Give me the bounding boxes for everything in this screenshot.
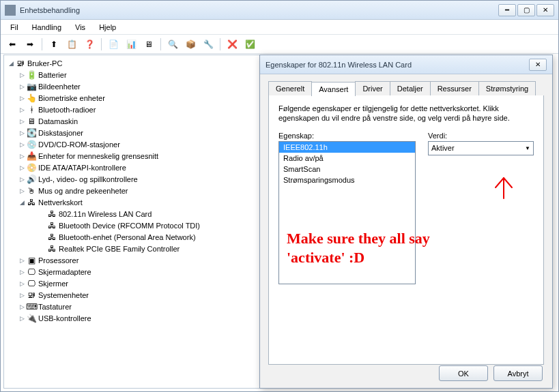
tree-node-label: Skjermer [38, 278, 68, 290]
ok-button[interactable]: OK [439, 365, 488, 381]
tree-node[interactable]: ▷🖳Systemenheter [5, 290, 274, 301]
property-item[interactable]: Radio av/på [279, 153, 415, 164]
expand-icon[interactable]: ▷ [18, 70, 26, 81]
expand-icon[interactable]: ▷ [18, 127, 26, 139]
expand-icon[interactable]: ▷ [18, 255, 26, 267]
tree-node-label: Skjermadaptere [38, 267, 91, 278]
minimize-button[interactable]: ━ [498, 4, 516, 16]
annotation-text: Make sure they all say'activate' :D [287, 229, 430, 267]
tree-node[interactable]: ▷📀IDE ATA/ATAPI-kontrollere [5, 162, 274, 174]
expand-icon[interactable]: ▷ [18, 301, 26, 313]
tree-node[interactable]: ▷📥Enheter for menneskelig grensesnitt [5, 151, 274, 162]
tree-node[interactable]: 🖧Bluetooth-enhet (Personal Area Network) [5, 232, 274, 243]
toolbar-button[interactable]: 🔧 [201, 37, 216, 52]
titlebar[interactable]: Enhetsbehandling ━ ▢ ✕ [1, 1, 558, 20]
tree-node[interactable]: 🖧Realtek PCIe GBE Family Controller [5, 243, 274, 255]
device-icon: ⌨ [26, 303, 37, 312]
device-icon: 💽 [26, 129, 37, 138]
tree-node-label: Diskstasjoner [38, 127, 83, 139]
menubar: Fil Handling Vis Hjelp [1, 20, 558, 35]
value-selected: Aktiver [431, 144, 455, 152]
tree-node[interactable]: ▷💽Diskstasjoner [5, 127, 274, 139]
toolbar-button[interactable]: ⬅ [5, 37, 20, 52]
menu-fil[interactable]: Fil [5, 22, 24, 33]
expand-icon[interactable]: ▷ [18, 290, 26, 301]
expand-icon[interactable]: ◢ [18, 197, 26, 209]
device-icon: 📥 [26, 152, 37, 162]
close-button[interactable]: ✕ [536, 4, 554, 16]
menu-hjelp[interactable]: Hjelp [94, 22, 121, 33]
toolbar-button[interactable]: ⬆ [46, 37, 61, 52]
tab-ressurser[interactable]: Ressurser [430, 81, 479, 95]
tree-node[interactable]: ▷🖱Mus og andre pekeenheter [5, 185, 274, 197]
expand-icon[interactable]: ▷ [18, 104, 26, 116]
expand-icon[interactable]: ▷ [18, 81, 26, 93]
dialog-titlebar[interactable]: Egenskaper for 802.11n Wireless LAN Card… [260, 55, 552, 74]
expand-icon[interactable]: ◢ [7, 58, 15, 70]
tree-node-label: Lyd-, video- og spillkontrollere [38, 174, 138, 185]
toolbar-button[interactable]: 📦 [183, 37, 198, 52]
tree-node[interactable]: ▷▣Prosessorer [5, 255, 274, 267]
window-icon [5, 5, 16, 16]
tree-node[interactable]: 🖧Bluetooth Device (RFCOMM Protocol TDI) [5, 220, 274, 232]
value-dropdown[interactable]: Aktiver ▼ [428, 141, 534, 155]
expand-icon[interactable]: ▷ [18, 185, 26, 197]
expand-icon[interactable]: ▷ [18, 151, 26, 162]
tree-node[interactable]: ▷🔋Batterier [5, 70, 274, 81]
toolbar-button[interactable]: 🔍 [165, 37, 180, 52]
tree-node-label: Systemenheter [38, 290, 89, 301]
device-icon: 📷 [26, 82, 37, 92]
toolbar-button[interactable]: ❓ [82, 37, 97, 52]
tree-node[interactable]: ▷🔌USB-kontrollere [5, 313, 274, 325]
dialog-close-button[interactable]: ✕ [529, 59, 547, 71]
tree-node[interactable]: ▷👆Biometriske enheter [5, 93, 274, 104]
expand-icon[interactable]: ▷ [18, 313, 26, 325]
expand-icon[interactable]: ▷ [18, 116, 26, 127]
tree-node[interactable]: ▷⌨Tastaturer [5, 301, 274, 313]
property-item[interactable]: SmartScan [279, 164, 415, 175]
toolbar-button[interactable]: 📋 [64, 37, 79, 52]
tab-detaljer[interactable]: Detaljer [390, 81, 431, 95]
device-tree[interactable]: ◢🖳Bruker-PC▷🔋Batterier▷📷Bildeenheter▷👆Bi… [4, 55, 276, 327]
expand-icon[interactable]: ▷ [18, 93, 26, 104]
maximize-button[interactable]: ▢ [517, 4, 535, 16]
tree-node-label: Bruker-PC [27, 58, 62, 70]
expand-icon[interactable]: ▷ [18, 162, 26, 174]
expand-icon[interactable]: ▷ [18, 267, 26, 278]
tree-node[interactable]: ◢🖳Bruker-PC [5, 58, 274, 70]
tree-node[interactable]: ▷🔊Lyd-, video- og spillkontrollere [5, 174, 274, 185]
cancel-button[interactable]: Avbryt [493, 365, 543, 381]
tab-avansert[interactable]: Avansert [311, 82, 356, 96]
tree-node[interactable]: ▷🖵Skjermadaptere [5, 267, 274, 278]
property-item[interactable]: Strømsparingsmodus [279, 175, 415, 185]
tab-driver[interactable]: Driver [355, 81, 390, 95]
toolbar-button[interactable]: 🖥 [141, 37, 156, 52]
device-icon: 🔊 [26, 175, 37, 185]
tree-node[interactable]: 🖧802.11n Wireless LAN Card [5, 209, 274, 220]
expand-icon[interactable]: ▷ [18, 278, 26, 290]
tree-node-label: Realtek PCIe GBE Family Controller [59, 243, 180, 255]
tab-generelt[interactable]: Generelt [268, 81, 312, 95]
menu-vis[interactable]: Vis [70, 22, 91, 33]
toolbar-button[interactable]: ➡ [23, 37, 38, 52]
tab-strom[interactable]: Strømstyring [478, 81, 536, 95]
toolbar-button[interactable]: 📊 [124, 37, 139, 52]
tree-node[interactable]: ▷🖵Skjermer [5, 278, 274, 290]
toolbar-button[interactable]: ❌ [225, 37, 240, 52]
property-item[interactable]: IEEE802.11h [279, 142, 415, 153]
tree-node[interactable]: ▷ᚼBluetooth-radioer [5, 104, 274, 116]
menu-handling[interactable]: Handling [27, 22, 67, 33]
expand-icon[interactable]: ▷ [18, 174, 26, 185]
device-icon: 🖳 [26, 291, 37, 301]
device-icon: 🖧 [46, 222, 57, 231]
tree-node-label: IDE ATA/ATAPI-kontrollere [38, 162, 126, 174]
tree-node[interactable]: ▷📷Bildeenheter [5, 81, 274, 93]
toolbar-button[interactable]: ✅ [242, 37, 257, 52]
toolbar-button[interactable]: 📄 [106, 37, 121, 52]
expand-icon[interactable]: ▷ [18, 139, 26, 151]
device-icon: 🖧 [26, 198, 37, 208]
tree-node-label: Biometriske enheter [38, 93, 105, 104]
tree-node[interactable]: ◢🖧Nettverkskort [5, 197, 274, 209]
tree-node[interactable]: ▷💿DVD/CD-ROM-stasjoner [5, 139, 274, 151]
tree-node[interactable]: ▷🖥Datamaskin [5, 116, 274, 127]
